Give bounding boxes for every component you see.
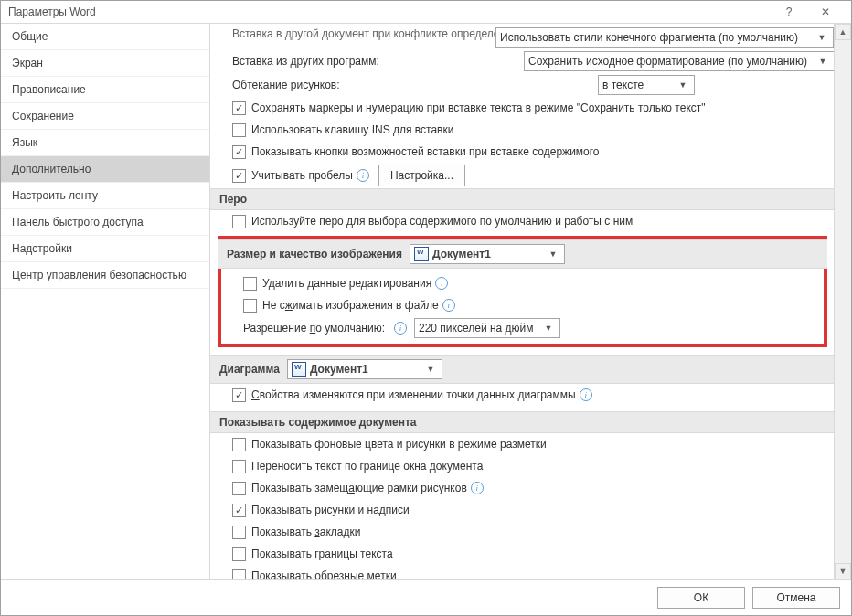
close-button[interactable]: ✕ bbox=[807, 1, 844, 23]
chevron-down-icon: ▼ bbox=[541, 324, 556, 333]
dialog-footer: ОК Отмена bbox=[1, 579, 851, 615]
sidebar-item[interactable]: Центр управления безопасностью bbox=[1, 262, 209, 289]
sidebar-item[interactable]: Настроить ленту bbox=[1, 183, 209, 209]
sidebar-item[interactable]: Дополнительно bbox=[1, 156, 209, 183]
ins-key-checkbox[interactable] bbox=[232, 123, 246, 137]
content-option-label: Показывать обрезные метки bbox=[251, 569, 397, 579]
picture-wrap-dropdown[interactable]: в тексте▼ bbox=[598, 75, 695, 95]
pen-select-label: Используйте перо для выбора содержимого … bbox=[251, 215, 633, 228]
chevron-down-icon: ▼ bbox=[815, 57, 830, 66]
sidebar-item[interactable]: Язык bbox=[1, 130, 209, 156]
content-option-checkbox[interactable] bbox=[232, 526, 246, 539]
smart-paste-settings-button[interactable]: Настройка... bbox=[378, 165, 465, 186]
discard-editing-data-checkbox[interactable] bbox=[243, 277, 257, 291]
content-option-checkbox[interactable] bbox=[232, 460, 246, 473]
image-quality-target-dropdown[interactable]: Документ1▼ bbox=[410, 244, 565, 264]
content-option-label: Показывать закладки bbox=[251, 526, 360, 538]
smart-paste-checkbox[interactable] bbox=[232, 169, 246, 183]
content-option-checkbox[interactable] bbox=[232, 482, 246, 495]
ins-key-label: Использовать клавишу INS для вставки bbox=[251, 123, 453, 136]
default-resolution-dropdown[interactable]: 220 пикселей на дюйм▼ bbox=[414, 318, 560, 338]
content-option-label: Показывать замещающие рамки рисунков bbox=[251, 482, 467, 494]
info-icon[interactable]: i bbox=[357, 169, 369, 182]
word-doc-icon bbox=[414, 247, 429, 261]
discard-editing-data-label: Удалить данные редактирования bbox=[262, 277, 431, 290]
default-resolution-label: Разрешение по умолчанию: bbox=[243, 322, 385, 335]
section-pen: Перо bbox=[210, 188, 835, 210]
scroll-down-button[interactable]: ▼ bbox=[835, 563, 851, 579]
show-paste-options-label: Показывать кнопки возможностей вставки п… bbox=[251, 145, 600, 158]
dialog-window: Параметры Word ? ✕ ОбщиеЭкранПравописани… bbox=[0, 0, 852, 616]
keep-bullets-checkbox[interactable] bbox=[232, 101, 246, 115]
sidebar: ОбщиеЭкранПравописаниеСохранениеЯзыкДопо… bbox=[1, 24, 210, 579]
info-icon[interactable]: i bbox=[442, 299, 455, 312]
section-chart: Диаграмма Документ1▼ bbox=[210, 355, 835, 384]
scroll-up-button[interactable]: ▲ bbox=[835, 24, 851, 40]
content-option-checkbox[interactable] bbox=[232, 504, 246, 517]
word-doc-icon bbox=[292, 362, 306, 377]
content-option-checkbox[interactable] bbox=[232, 547, 246, 561]
content-option-label: Показывать рисунки и надписи bbox=[251, 504, 410, 516]
chevron-down-icon: ▼ bbox=[676, 80, 690, 90]
smart-paste-label: Учитывать пробелы bbox=[251, 169, 353, 182]
sidebar-item[interactable]: Надстройки bbox=[1, 236, 209, 262]
content-option-label: Показывать границы текста bbox=[251, 547, 393, 560]
chevron-down-icon: ▼ bbox=[423, 365, 438, 374]
section-document-content: Показывать содержимое документа bbox=[210, 411, 835, 433]
no-compress-label: Не сжимать изображения в файле bbox=[262, 299, 439, 312]
chart-target-dropdown[interactable]: Документ1▼ bbox=[287, 359, 442, 379]
chevron-down-icon: ▼ bbox=[815, 33, 829, 42]
window-title: Параметры Word bbox=[8, 5, 96, 18]
no-compress-checkbox[interactable] bbox=[243, 299, 257, 313]
chart-props-label: Свойства изменяются при изменении точки … bbox=[251, 388, 576, 401]
cancel-button[interactable]: Отмена bbox=[752, 587, 840, 609]
info-icon[interactable]: i bbox=[435, 277, 448, 290]
info-icon[interactable]: i bbox=[394, 322, 407, 335]
sidebar-item[interactable]: Панель быстрого доступа bbox=[1, 209, 209, 236]
paste-conflict-label: Вставка в другой документ при конфликте … bbox=[232, 27, 488, 40]
sidebar-item[interactable]: Экран bbox=[1, 50, 209, 77]
ok-button[interactable]: ОК bbox=[657, 587, 745, 609]
options-panel: Вставка в другой документ при конфликте … bbox=[210, 24, 835, 579]
paste-other-programs-label: Вставка из других программ: bbox=[232, 55, 517, 68]
section-image-quality: Размер и качество изображения Документ1▼ bbox=[218, 239, 827, 269]
sidebar-item[interactable]: Правописание bbox=[1, 77, 209, 103]
chevron-down-icon: ▼ bbox=[546, 250, 560, 259]
pen-select-checkbox[interactable] bbox=[232, 215, 246, 228]
info-icon[interactable]: i bbox=[580, 388, 592, 401]
help-button[interactable]: ? bbox=[771, 1, 807, 23]
paste-conflict-dropdown[interactable]: Использовать стили конечного фрагмента (… bbox=[495, 27, 834, 48]
keep-bullets-label: Сохранять маркеры и нумерацию при вставк… bbox=[251, 101, 706, 114]
content-option-label: Показывать фоновые цвета и рисунки в реж… bbox=[251, 438, 547, 451]
sidebar-item[interactable]: Сохранение bbox=[1, 103, 209, 130]
paste-other-programs-dropdown[interactable]: Сохранить исходное форматирование (по ум… bbox=[524, 51, 835, 71]
content-option-checkbox[interactable] bbox=[232, 438, 246, 451]
picture-wrap-label: Обтекание рисунков: bbox=[232, 79, 598, 91]
scroll-track[interactable] bbox=[835, 40, 851, 563]
sidebar-item[interactable]: Общие bbox=[1, 24, 209, 50]
content-option-checkbox[interactable] bbox=[232, 569, 246, 580]
show-paste-options-checkbox[interactable] bbox=[232, 145, 246, 159]
titlebar: Параметры Word ? ✕ bbox=[1, 1, 851, 24]
vertical-scrollbar[interactable]: ▲ ▼ bbox=[834, 24, 851, 579]
content-option-label: Переносить текст по границе окна докумен… bbox=[251, 460, 483, 473]
info-icon[interactable]: i bbox=[471, 482, 484, 494]
highlighted-image-quality-block: Размер и качество изображения Документ1▼… bbox=[218, 236, 827, 347]
chart-props-checkbox[interactable] bbox=[232, 388, 246, 402]
